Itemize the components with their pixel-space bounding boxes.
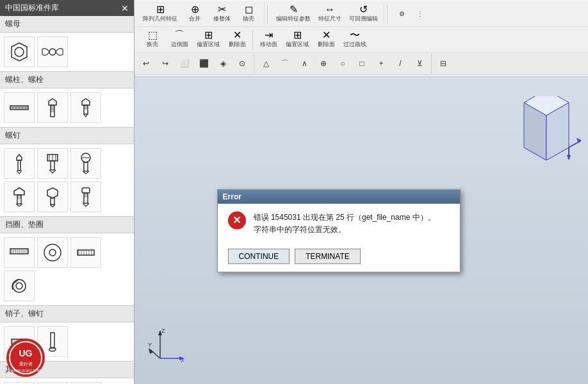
svg-rect-32 — [84, 162, 88, 171]
toolbar-btn-array[interactable]: ⊞ 阵列几何特征 — [140, 3, 181, 25]
toolbar-btn-r3-14[interactable]: / — [391, 56, 409, 71]
toolbar-row-3: ↩ ↪ ⬜ ⬛ ◈ ⊙ △ ⌒ ∧ ⊕ ○ □ + / ⊻ ⊟ — [135, 53, 588, 75]
toolbar-btn-r3-1[interactable]: ↩ — [137, 56, 155, 71]
list-item[interactable] — [37, 181, 68, 212]
toolbar-btn-rollback[interactable]: ↺ 可回溯编辑 — [346, 3, 381, 25]
offset-icon: ⊞ — [204, 30, 213, 40]
list-item[interactable] — [4, 92, 35, 123]
toolbar-btn-r3-4[interactable]: ⬛ — [195, 56, 213, 71]
error-x-icon: ✕ — [233, 214, 241, 226]
svg-rect-41 — [84, 193, 88, 203]
list-item[interactable] — [4, 148, 35, 179]
rollback-icon: ↺ — [359, 4, 368, 15]
svg-rect-40 — [82, 188, 90, 193]
svg-text:Y: Y — [148, 342, 152, 348]
svg-rect-12 — [51, 105, 54, 117]
sidebar-close-button[interactable]: ✕ — [121, 3, 129, 13]
toolbar-btn-offset-region2[interactable]: ⊞ 偏置区域 — [282, 28, 312, 51]
toolbar-btn-feature-size[interactable]: ↔ 特征尺寸 — [315, 3, 345, 25]
list-item[interactable] — [4, 37, 35, 67]
array-icon: ⊞ — [156, 4, 165, 15]
toolbar-group-features: ⊞ 阵列几何特征 ⊕ 合并 ✂ 修整体 ◻ 抽壳 — [137, 3, 265, 25]
toolbar-btn-r3-12[interactable]: □ — [353, 56, 371, 71]
list-item[interactable] — [70, 181, 101, 212]
toolbar-separator-1 — [267, 4, 268, 24]
toolbar-btn-r3-3[interactable]: ⬜ — [176, 56, 193, 71]
list-item[interactable] — [37, 148, 68, 179]
category-header-dangquan: 挡圈、垫圈 — [0, 217, 134, 233]
dialog-buttons: CONTINUE TERMINATE — [218, 244, 460, 272]
list-item[interactable] — [37, 37, 68, 67]
delete-face2-icon: ✕ — [322, 30, 331, 40]
toolbar-separator-2 — [387, 4, 388, 24]
shell-icon: ◻ — [245, 4, 253, 15]
list-item[interactable] — [37, 92, 68, 123]
edge-round-icon: ⌒ — [174, 30, 184, 40]
toolbar-btn-r3-13[interactable]: + — [372, 56, 390, 71]
list-item[interactable] — [4, 237, 35, 268]
toolbar-row-2: ⬚ 换壳 ⌒ 边倒圆 ⊞ 偏置区域 ✕ 删除面 — [135, 27, 588, 53]
svg-point-2 — [49, 49, 56, 55]
toolbar-btn-r3-8[interactable]: ⌒ — [276, 56, 294, 71]
toolbar-btn-trim[interactable]: ✂ 修整体 — [209, 3, 234, 25]
toolbar-btn-shell[interactable]: ◻ 抽壳 — [236, 3, 261, 25]
terminate-button[interactable]: TERMINATE — [295, 249, 360, 264]
toolbar-btn-edge-round[interactable]: ⌒ 边倒圆 — [167, 28, 192, 51]
category-header-xiaozi: 销子、铆钉 — [0, 306, 134, 322]
toolbar-btn-through-curve[interactable]: 〜 过过曲线 — [340, 28, 370, 51]
toolbar-btn-merge[interactable]: ⊕ 合并 — [182, 3, 208, 25]
sidebar: 中国国标准件库 ✕ 螺母 — [0, 0, 135, 384]
dialog-titlebar: Error — [218, 189, 460, 203]
edit-icon: ✎ — [290, 4, 298, 15]
toolbar-btn-r3-9[interactable]: ∧ — [295, 56, 313, 71]
toolbar-btn-delete-face[interactable]: ✕ 删除面 — [224, 28, 250, 51]
dialog-message-line1: 错误 1545031 出现在第 25 行（get_file_name 中）。 — [254, 211, 436, 223]
toolbar-btn-e1[interactable]: ⚙ — [393, 6, 411, 22]
sidebar-title-bar: 中国国标准件库 ✕ — [0, 0, 134, 16]
toolbar-btn-r3-10[interactable]: ⊕ — [314, 56, 332, 71]
error-dialog: Error ✕ 错误 1545031 出现在第 25 行（get_file_na… — [217, 188, 461, 272]
list-item[interactable] — [70, 237, 101, 268]
svg-marker-106 — [149, 348, 154, 354]
coord-axis: Z X Y — [147, 326, 186, 365]
toolbar-btn-r3-15[interactable]: ⊻ — [411, 56, 429, 71]
list-item[interactable] — [4, 181, 35, 212]
toolbar-separator-5 — [431, 54, 432, 73]
toolbar-btn-switch[interactable]: ⬚ 换壳 — [140, 28, 165, 51]
ug-logo: UG 爱好者 WWW.UGSNX.COM — [5, 337, 47, 379]
viewport-3d[interactable]: Z X Y — [135, 77, 588, 384]
list-item[interactable] — [70, 148, 101, 179]
list-item[interactable] — [4, 271, 35, 301]
toolbar-group-extra: ⚙ ⋮ — [390, 6, 432, 22]
toolbar-area: ⊞ 阵列几何特征 ⊕ 合并 ✂ 修整体 ◻ 抽壳 — [135, 0, 588, 77]
error-icon: ✕ — [228, 211, 246, 229]
toolbar-btn-move-face[interactable]: ⇥ 移动面 — [256, 28, 281, 51]
category-header-luozhu: 螺柱、螺栓 — [0, 72, 134, 88]
toolbar-btn-e2[interactable]: ⋮ — [411, 6, 429, 22]
dialog-body: ✕ 错误 1545031 出现在第 25 行（get_file_name 中）。… — [218, 203, 460, 243]
svg-text:X: X — [181, 357, 184, 363]
toolbar-group-edit: ✎ 编辑特征参数 ↔ 特征尺寸 ↺ 可回溯编辑 — [270, 3, 384, 25]
toolbar-separator-4 — [254, 54, 254, 73]
svg-rect-39 — [51, 198, 54, 205]
list-item[interactable] — [70, 92, 101, 123]
svg-marker-38 — [47, 188, 58, 198]
toolbar-btn-r3-2[interactable]: ↪ — [156, 56, 174, 71]
toolbar-btn-r3-7[interactable]: △ — [257, 56, 275, 71]
toolbar-btn-r3-5[interactable]: ◈ — [214, 56, 232, 71]
toolbar-btn-r3-16[interactable]: ⊟ — [434, 56, 452, 71]
category-section-dangquan: 挡圈、垫圈 — [0, 217, 134, 306]
toolbar-btn-delete-face2[interactable]: ✕ 删除面 — [313, 28, 339, 51]
category-icons-dangquan — [0, 233, 134, 305]
category-header-luomu: 螺母 — [0, 16, 134, 33]
dialog-message-line2: 字符串中的字符位置无效。 — [254, 224, 436, 236]
toolbar-btn-r3-6[interactable]: ⊙ — [233, 56, 251, 71]
continue-button[interactable]: CONTINUE — [228, 249, 290, 264]
size-icon: ↔ — [325, 4, 335, 15]
toolbar-btn-r3-11[interactable]: ○ — [334, 56, 352, 71]
list-item[interactable] — [37, 237, 68, 268]
toolbar-btn-edit-feature[interactable]: ✎ 编辑特征参数 — [273, 3, 314, 25]
trim-icon: ✂ — [218, 4, 226, 15]
svg-text:爱好者: 爱好者 — [19, 362, 33, 367]
toolbar-btn-offset-region[interactable]: ⊞ 偏置区域 — [193, 28, 223, 51]
